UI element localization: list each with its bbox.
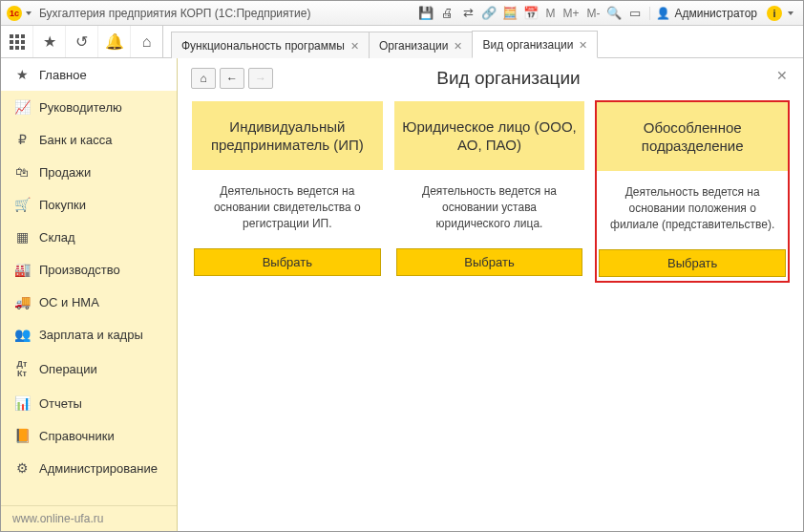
sidebar-item-purchases[interactable]: 🛒 Покупки	[1, 188, 177, 221]
book-icon: 📙	[14, 428, 30, 443]
tab-close-icon[interactable]: ✕	[454, 40, 462, 53]
sidebar-item-manager[interactable]: 📈 Руководителю	[1, 91, 177, 123]
apps-grid-icon[interactable]	[1, 26, 33, 57]
tab-label: Функциональность программы	[181, 39, 345, 53]
memory-m-button[interactable]: M	[543, 7, 557, 20]
factory-icon: 🏭	[14, 262, 30, 277]
sidebar: ★ Главное 📈 Руководителю ₽ Банк и касса …	[1, 58, 178, 531]
save-icon[interactable]: 💾	[417, 5, 434, 22]
sidebar-item-label: Продажи	[39, 165, 91, 180]
info-icon[interactable]: i	[767, 6, 782, 21]
user-name: Администратор	[674, 7, 757, 20]
user-icon: 👤	[656, 7, 670, 20]
notifications-icon[interactable]: 🔔	[98, 26, 131, 57]
content-panel: ✕ ⌂ ← → Вид организации Индивидуальный п…	[178, 58, 803, 531]
cart-icon: 🛒	[14, 197, 30, 212]
window-title: Бухгалтерия предприятия КОРП (1С:Предпри…	[39, 7, 310, 20]
select-button[interactable]: Выбрать	[599, 249, 786, 277]
sidebar-item-sales[interactable]: 🛍 Продажи	[1, 156, 177, 188]
panel-close-icon[interactable]: ✕	[776, 68, 788, 83]
card-title: Юридическое лицо (ООО, АО, ПАО)	[394, 101, 585, 170]
star-icon: ★	[14, 67, 30, 82]
sidebar-item-assets[interactable]: 🚚 ОС и НМА	[1, 286, 177, 318]
tab-organizations[interactable]: Организации ✕	[369, 32, 474, 58]
sidebar-item-reports[interactable]: 📊 Отчеты	[1, 387, 177, 419]
sidebar-item-references[interactable]: 📙 Справочники	[1, 419, 177, 452]
home-icon[interactable]: ⌂	[131, 26, 163, 57]
panel-icon[interactable]: ▭	[626, 5, 644, 22]
sidebar-item-label: Операции	[39, 362, 97, 376]
org-type-cards: Индивидуальный предприниматель (ИП) Деят…	[191, 100, 790, 283]
svg-rect-3	[10, 40, 13, 44]
select-button[interactable]: Выбрать	[396, 248, 583, 276]
info-dropdown-icon[interactable]	[788, 11, 793, 15]
tab-org-type[interactable]: Вид организации ✕	[472, 31, 598, 58]
tab-label: Организации	[379, 39, 449, 53]
sidebar-item-label: Руководителю	[39, 100, 122, 115]
page-title: Вид организации	[285, 68, 732, 89]
svg-rect-5	[21, 40, 25, 44]
calendar-icon[interactable]: 📅	[522, 5, 540, 22]
tab-label: Вид организации	[482, 38, 573, 52]
content-header: ⌂ ← → Вид организации	[191, 68, 790, 89]
favorites-icon[interactable]: ★	[33, 26, 66, 57]
nav-home-button[interactable]: ⌂	[191, 68, 216, 89]
sidebar-item-label: Производство	[39, 263, 120, 277]
window-titlebar: 1c Бухгалтерия предприятия КОРП (1С:Пред…	[1, 1, 803, 26]
svg-rect-7	[15, 46, 19, 50]
user-menu[interactable]: 👤 Администратор	[649, 7, 763, 20]
card-desc: Деятельность ведется на основании свидет…	[192, 170, 383, 245]
bag-icon: 🛍	[14, 164, 30, 180]
sidebar-item-hr[interactable]: 👥 Зарплата и кадры	[1, 318, 177, 351]
nav-forward-button[interactable]: →	[248, 68, 273, 89]
card-individual: Индивидуальный предприниматель (ИП) Деят…	[191, 100, 384, 283]
app-menu-dropdown-icon[interactable]	[26, 11, 32, 15]
dtkt-icon: ДтКт	[14, 359, 30, 378]
card-legal-entity: Юридическое лицо (ООО, АО, ПАО) Деятельн…	[393, 100, 586, 283]
sidebar-item-bank[interactable]: ₽ Банк и касса	[1, 123, 177, 156]
chart-line-icon: 📈	[14, 99, 30, 115]
ruble-icon: ₽	[14, 132, 30, 147]
sidebar-item-main[interactable]: ★ Главное	[1, 58, 177, 91]
sidebar-item-label: Зарплата и кадры	[39, 328, 143, 342]
svg-rect-8	[21, 46, 25, 50]
tab-functionality[interactable]: Функциональность программы ✕	[171, 32, 370, 58]
sidebar-item-production[interactable]: 🏭 Производство	[1, 253, 177, 286]
memory-mminus-button[interactable]: M-	[584, 7, 602, 20]
gear-icon: ⚙	[14, 460, 30, 476]
print-icon[interactable]: 🖨	[438, 5, 455, 22]
tab-close-icon[interactable]: ✕	[579, 39, 587, 52]
memory-mplus-button[interactable]: M+	[561, 7, 581, 20]
select-button[interactable]: Выбрать	[194, 248, 381, 276]
svg-rect-0	[10, 34, 13, 38]
nav-back-button[interactable]: ←	[220, 68, 244, 89]
card-title: Индивидуальный предприниматель (ИП)	[192, 101, 383, 170]
sidebar-item-label: Главное	[39, 68, 87, 82]
history-icon[interactable]: ↺	[66, 26, 98, 57]
tab-close-icon[interactable]: ✕	[350, 40, 359, 53]
compare-icon[interactable]: ⇄	[459, 5, 476, 22]
bars-icon: 📊	[14, 395, 30, 411]
people-icon: 👥	[14, 327, 30, 342]
card-title: Обособленное подразделение	[597, 102, 788, 171]
sidebar-item-operations[interactable]: ДтКт Операции	[1, 351, 177, 387]
card-desc: Деятельность ведется на основании устава…	[394, 170, 585, 245]
sidebar-item-label: Покупки	[39, 198, 86, 212]
sidebar-item-label: Администрирование	[39, 461, 158, 476]
calculator-icon[interactable]: 🧮	[501, 5, 518, 22]
sidebar-item-label: Банк и касса	[39, 133, 113, 147]
boxes-icon: ▦	[14, 229, 30, 245]
grid-icon	[10, 34, 25, 50]
svg-rect-6	[10, 46, 13, 50]
app-logo-icon: 1c	[7, 6, 22, 21]
sidebar-item-label: ОС и НМА	[39, 295, 99, 309]
card-subdivision: Обособленное подразделение Деятельность …	[595, 100, 790, 283]
topbar: ★ ↺ 🔔 ⌂ Функциональность программы ✕ Орг…	[1, 26, 803, 58]
svg-rect-4	[15, 40, 19, 44]
sidebar-item-admin[interactable]: ⚙ Администрирование	[1, 452, 177, 484]
sidebar-item-warehouse[interactable]: ▦ Склад	[1, 221, 177, 253]
sidebar-item-label: Склад	[39, 230, 75, 245]
link-icon[interactable]: 🔗	[480, 5, 497, 22]
zoom-icon[interactable]: 🔍	[605, 5, 623, 22]
tabs-bar: Функциональность программы ✕ Организации…	[163, 26, 597, 57]
